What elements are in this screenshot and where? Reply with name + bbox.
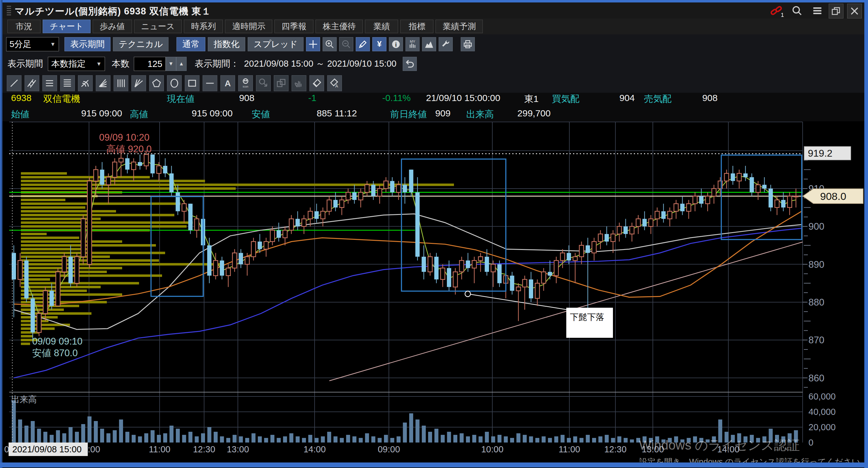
ellipse-icon[interactable]	[167, 75, 182, 91]
volume-bar	[491, 436, 495, 442]
toolbar-button-指数化[interactable]: 指数化	[208, 37, 245, 51]
volume-bar	[100, 429, 104, 442]
volume-bar	[169, 426, 174, 442]
count-increment-button[interactable]: ▲	[176, 57, 187, 71]
volume-bar	[182, 435, 186, 442]
toolbar-button-テクニカル[interactable]: テクニカル	[113, 37, 168, 51]
tab-業績[interactable]: 業績	[365, 20, 398, 33]
volume-bar	[636, 438, 640, 442]
tab-適時開示[interactable]: 適時開示	[225, 20, 272, 33]
parallel-lines-icon[interactable]	[25, 75, 39, 91]
link-icon[interactable]: 1	[769, 4, 783, 18]
candle	[409, 170, 413, 196]
volume-bar	[340, 438, 344, 442]
volume-bar	[62, 433, 66, 442]
volume-bar	[277, 438, 281, 442]
volume-bar	[434, 429, 438, 442]
pencil-icon[interactable]	[356, 37, 370, 51]
candle	[88, 177, 92, 268]
pentagon-icon[interactable]	[149, 75, 164, 91]
horizontal-lines-4-icon[interactable]	[60, 75, 75, 91]
zoom-in-icon[interactable]	[322, 37, 337, 51]
title-bar[interactable]: マルチツール(個別銘柄) 6938 双信電機 東１ 1	[2, 2, 864, 19]
period-label: 表示期間	[7, 58, 43, 70]
tab-チャート[interactable]: チャート	[43, 20, 91, 33]
tab-ニュース[interactable]: ニュース	[134, 20, 182, 33]
tab-株主優待[interactable]: 株主優待	[315, 20, 363, 33]
toolbar-button-通常[interactable]: 通常	[177, 37, 205, 51]
volume-axis-label: 40,000	[808, 407, 836, 417]
market-name: 東1	[524, 93, 539, 105]
volume-bar	[453, 435, 457, 442]
print-icon[interactable]	[461, 37, 475, 51]
crosshair-icon[interactable]	[306, 37, 320, 51]
eraser-all-icon[interactable]: A	[327, 75, 342, 91]
volume-bar	[737, 433, 741, 442]
volume-bar	[763, 436, 766, 442]
svg-text:MY: MY	[410, 39, 415, 43]
text-icon[interactable]: A	[220, 75, 235, 91]
volume-profile-bar	[21, 233, 46, 235]
callout-icon	[256, 75, 271, 91]
volume-bar	[188, 432, 192, 442]
volume-bar	[43, 432, 47, 442]
drag-handle-icon[interactable]	[7, 5, 11, 16]
vertical-lines-icon[interactable]	[114, 75, 128, 91]
volume-bar	[163, 433, 167, 442]
count-mode-select[interactable]: 本数指定 ▼	[48, 57, 105, 71]
menu-icon[interactable]	[810, 4, 825, 18]
eraser-icon[interactable]	[309, 75, 324, 91]
tab-時系列[interactable]: 時系列	[184, 20, 223, 33]
toolbar-button-スプレッド[interactable]: スプレッド	[248, 37, 303, 51]
speed-lines-icon[interactable]	[131, 75, 146, 91]
y-axis-label: 880	[808, 297, 825, 308]
rectangle-icon[interactable]	[185, 75, 199, 91]
horizontal-line-icon[interactable]	[203, 75, 217, 91]
close-button[interactable]	[847, 4, 862, 19]
count-mode-value: 本数指定	[51, 58, 86, 70]
fibonacci-arcs-icon[interactable]	[78, 75, 93, 91]
ask-label: 売気配	[644, 93, 672, 105]
volume-bar	[176, 429, 180, 442]
window-border-top	[0, 0, 868, 2]
y-axis-label: 860	[808, 373, 825, 384]
callout-anchor-handle[interactable]	[465, 291, 470, 297]
interval-select[interactable]: 5分足 ▼	[6, 37, 59, 51]
volume-profile-bar	[21, 172, 67, 175]
volume-profile-bar	[21, 180, 205, 182]
info-icon[interactable]: i	[389, 37, 403, 51]
yen-icon[interactable]: ¥	[372, 37, 386, 51]
count-input[interactable]: 125	[134, 57, 166, 71]
price-chart[interactable]: 91090089088087086060,00040,00020,000009:…	[0, 121, 868, 463]
volume-bar	[132, 435, 136, 442]
volume-profile-bar	[21, 222, 193, 224]
candle	[769, 185, 773, 211]
volume-bar	[334, 436, 338, 442]
tab-四季報[interactable]: 四季報	[274, 20, 313, 33]
reload-button[interactable]	[403, 57, 417, 71]
volume-bar	[668, 438, 672, 442]
hand-icon	[291, 75, 306, 91]
toolbar-button-表示期間[interactable]: 表示期間	[64, 37, 111, 51]
restore-window-button[interactable]	[829, 4, 843, 19]
icon-stamp-icon[interactable]: icon	[238, 75, 253, 91]
x-axis-label: 11:00	[149, 444, 170, 454]
tab-業績予測[interactable]: 業績予測	[436, 20, 483, 33]
volume-bar	[352, 436, 356, 442]
volume-bar	[504, 436, 508, 442]
volume-bar	[604, 435, 609, 442]
search-icon[interactable]	[790, 4, 804, 18]
count-decrement-button[interactable]: ▼	[166, 57, 176, 71]
tab-歩み値[interactable]: 歩み値	[93, 20, 132, 33]
tab-市況[interactable]: 市況	[7, 20, 40, 33]
my-chart-icon[interactable]: MY	[405, 37, 420, 51]
horizontal-lines-3-icon[interactable]	[42, 75, 57, 91]
zoom-out-icon	[339, 37, 353, 51]
tab-指標[interactable]: 指標	[400, 20, 433, 33]
window-title: マルチツール(個別銘柄) 6938 双信電機 東１	[15, 5, 211, 18]
volume-bar	[750, 435, 754, 442]
area-chart-icon[interactable]	[422, 37, 436, 51]
wrench-icon[interactable]	[439, 37, 453, 51]
fan-lines-icon[interactable]	[96, 75, 111, 91]
trendline-icon[interactable]	[7, 75, 22, 91]
